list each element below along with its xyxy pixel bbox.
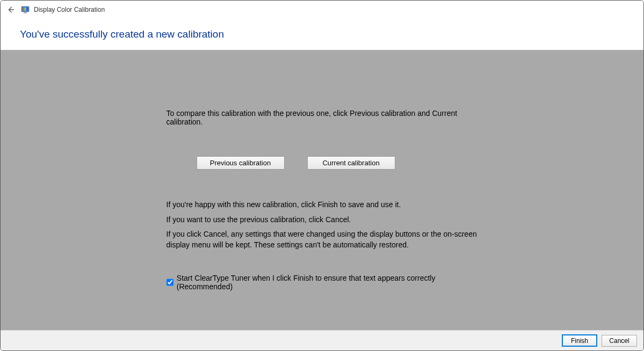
cancel-warning: If you click Cancel, any settings that w… [167, 229, 478, 250]
finish-instruction: If you're happy with this new calibratio… [167, 200, 478, 210]
cleartype-checkbox-label: Start ClearType Tuner when I click Finis… [177, 274, 478, 291]
calibration-button-row: Previous calibration Current calibration [197, 156, 478, 170]
cleartype-checkbox-row: Start ClearType Tuner when I click Finis… [167, 274, 478, 291]
content-area: To compare this calibration with the pre… [1, 50, 643, 333]
wizard-heading: You've successfully created a new calibr… [1, 19, 643, 50]
svg-rect-1 [23, 8, 24, 11]
content-inner: To compare this calibration with the pre… [167, 109, 478, 291]
footer-bar: Finish Cancel [1, 330, 643, 350]
current-calibration-button[interactable]: Current calibration [307, 156, 395, 170]
finish-button[interactable]: Finish [562, 334, 597, 347]
previous-calibration-button[interactable]: Previous calibration [197, 156, 285, 170]
back-arrow-icon[interactable] [6, 5, 16, 14]
titlebar: Display Color Calibration [1, 1, 643, 19]
compare-instruction: To compare this calibration with the pre… [167, 109, 478, 126]
svg-rect-4 [24, 12, 27, 13]
cleartype-checkbox[interactable] [167, 279, 173, 286]
svg-rect-3 [26, 8, 28, 11]
cancel-button[interactable]: Cancel [602, 335, 637, 347]
app-icon [21, 5, 30, 14]
app-title: Display Color Calibration [34, 6, 105, 13]
svg-rect-2 [25, 8, 26, 11]
cancel-instruction: If you want to use the previous calibrat… [167, 215, 478, 225]
